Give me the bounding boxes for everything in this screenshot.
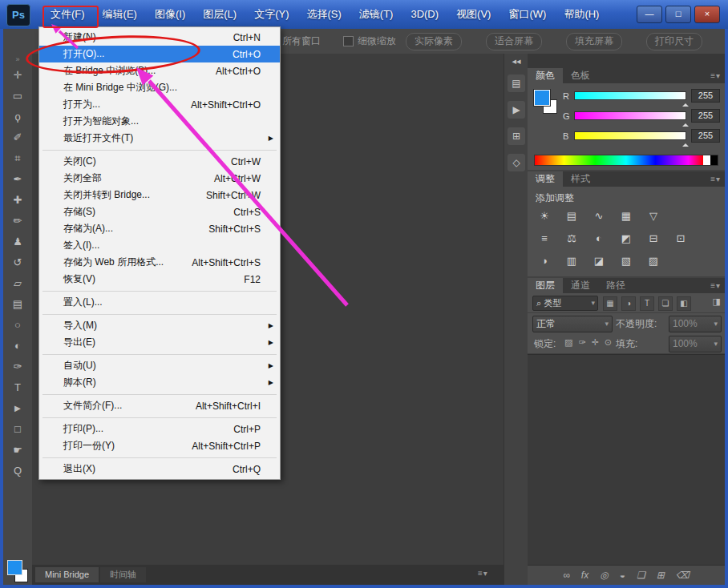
layer-filter-kind-dropdown[interactable]: ⌕ 类型 ▾ xyxy=(532,296,598,311)
tool-button[interactable]: ☛ xyxy=(8,441,27,458)
adjustment-icon[interactable]: ◐ xyxy=(588,230,609,248)
menu-item[interactable]: 脚本(R) ▶ xyxy=(39,374,280,391)
window-control-button[interactable]: — xyxy=(637,6,662,23)
layers-bottom-icon[interactable]: fx xyxy=(581,570,588,581)
menu-item[interactable]: 签入(I)... ▶ xyxy=(39,237,280,254)
foreground-color-swatch[interactable] xyxy=(7,560,22,575)
menubar-item[interactable]: 图层(L) xyxy=(194,0,245,29)
tool-button[interactable]: ✐ xyxy=(8,129,27,146)
menubar-item[interactable]: 滤镜(T) xyxy=(350,0,402,29)
lock-icon[interactable]: ▨ xyxy=(564,337,572,348)
panel-tab[interactable]: 路径 xyxy=(598,278,633,293)
adjustment-icon[interactable]: ⊟ xyxy=(643,230,664,248)
options-bar-button[interactable]: 填充屏幕 xyxy=(566,33,622,50)
panel-tab[interactable]: 图层 xyxy=(528,278,563,293)
tool-button[interactable]: ϙ xyxy=(8,108,27,125)
panel-menu-icon[interactable]: ≡▾ xyxy=(710,68,721,83)
tool-button[interactable]: ▤ xyxy=(8,296,27,312)
layer-filter-icon[interactable]: T xyxy=(640,296,654,311)
options-bar-button[interactable]: 适合屏幕 xyxy=(486,33,542,50)
opacity-dropdown[interactable]: 100% ▾ xyxy=(669,316,722,332)
menu-item[interactable]: 打开为... Alt+Shift+Ctrl+O ▶ xyxy=(39,96,280,113)
lock-icon[interactable]: ✛ xyxy=(592,337,599,348)
tool-button[interactable]: ◐ xyxy=(8,337,27,354)
menu-item[interactable]: 导出(E) ▶ xyxy=(39,334,280,351)
menu-item[interactable]: 关闭全部 Alt+Ctrl+W ▶ xyxy=(39,170,280,187)
adjustment-icon[interactable]: ▽ xyxy=(643,207,664,225)
menu-item[interactable]: 关闭(C) Ctrl+W ▶ xyxy=(39,153,280,170)
menubar-item[interactable]: 编辑(E) xyxy=(94,0,146,29)
menu-item[interactable]: 在 Mini Bridge 中浏览(G)... ▶ xyxy=(39,79,280,96)
layer-filter-icon[interactable]: ◑ xyxy=(621,296,636,311)
tool-button[interactable]: □ xyxy=(8,421,27,437)
menu-item[interactable]: 自动(U) ▶ xyxy=(39,357,280,374)
channel-value-field[interactable]: 255 xyxy=(691,109,720,123)
tool-button[interactable]: ✒ xyxy=(8,171,27,187)
adjustment-icon[interactable]: ▧ xyxy=(616,252,637,270)
tool-button[interactable]: ▱ xyxy=(8,275,27,292)
menu-item[interactable]: 退出(X) Ctrl+Q ▶ xyxy=(39,461,280,477)
menu-item[interactable]: 置入(L)... ▶ xyxy=(39,294,280,311)
tool-button[interactable]: ⌗ xyxy=(8,150,27,167)
adjustment-icon[interactable]: ◑ xyxy=(534,252,555,270)
tool-button[interactable]: ✚ xyxy=(8,191,27,208)
adjustment-icon[interactable]: ⚖ xyxy=(561,230,582,248)
panel-tab[interactable]: 调整 xyxy=(528,171,563,187)
layers-bottom-icon[interactable]: ⊞ xyxy=(657,570,665,581)
tool-button[interactable]: ✑ xyxy=(8,358,27,375)
fill-dropdown[interactable]: 100% ▾ xyxy=(669,336,722,352)
layers-bottom-icon[interactable]: ◎ xyxy=(600,570,608,581)
dock-panel-icon[interactable]: ◇ xyxy=(508,154,525,171)
menu-item[interactable]: 关闭并转到 Bridge... Shift+Ctrl+W ▶ xyxy=(39,187,280,203)
channel-value-field[interactable]: 255 xyxy=(691,89,720,103)
foreground-color-swatch[interactable] xyxy=(534,90,550,106)
adjustment-icon[interactable]: ◩ xyxy=(616,230,637,248)
layers-bottom-icon[interactable]: ⌫ xyxy=(676,570,690,581)
blend-mode-dropdown[interactable]: 正常 ▾ xyxy=(532,316,613,332)
tool-button[interactable]: ↺ xyxy=(8,254,27,271)
layers-bottom-icon[interactable]: ◒ xyxy=(620,570,625,581)
window-control-button[interactable]: × xyxy=(694,6,720,23)
layers-bottom-icon[interactable]: ∞ xyxy=(563,570,570,581)
menubar-item[interactable]: 视图(V) xyxy=(447,0,499,29)
menu-item[interactable]: 存储为 Web 所用格式... Alt+Shift+Ctrl+S ▶ xyxy=(39,254,280,271)
dock-expand-icon[interactable]: ◂◂ xyxy=(504,56,528,66)
scrubby-zoom-checkbox[interactable] xyxy=(343,36,354,46)
menubar-item[interactable]: 帮助(H) xyxy=(555,0,608,29)
dock-panel-icon[interactable]: ▶ xyxy=(508,101,525,119)
menubar-item[interactable]: 窗口(W) xyxy=(499,0,555,29)
tool-button[interactable]: ○ xyxy=(8,316,27,333)
adjustment-icon[interactable]: ▦ xyxy=(616,207,637,225)
layers-bottom-icon[interactable]: ❏ xyxy=(637,570,645,581)
layer-filter-toggle-icon[interactable]: ◨ xyxy=(713,296,721,307)
adjustment-icon[interactable]: ◪ xyxy=(588,252,609,270)
tool-button[interactable]: ♟ xyxy=(8,233,27,250)
menu-item[interactable]: 存储(S) Ctrl+S ▶ xyxy=(39,203,280,220)
adjustment-icon[interactable]: ▨ xyxy=(643,252,664,270)
bottom-dock-menu-icon[interactable]: ≡▾ xyxy=(478,569,488,578)
tool-button[interactable]: ✏ xyxy=(8,212,27,229)
lock-icon[interactable]: ⊙ xyxy=(605,337,612,348)
layer-filter-icon[interactable]: ❏ xyxy=(658,296,673,311)
menu-item[interactable]: 最近打开文件(T) ▶ xyxy=(39,130,280,147)
panel-menu-icon[interactable]: ≡▾ xyxy=(710,171,721,187)
bottom-dock-tab[interactable]: Mini Bridge xyxy=(35,567,99,582)
tool-button[interactable]: ✛ xyxy=(8,66,27,83)
tool-button[interactable]: ▭ xyxy=(8,87,27,104)
channel-value-field[interactable]: 255 xyxy=(691,129,720,143)
panel-tab[interactable]: 色板 xyxy=(563,68,598,83)
menu-item[interactable]: 导入(M) ▶ xyxy=(39,317,280,334)
channel-slider[interactable] xyxy=(574,91,686,100)
adjustment-icon[interactable]: ☀ xyxy=(534,207,555,225)
menubar-item[interactable]: 3D(D) xyxy=(402,0,447,29)
channel-slider[interactable] xyxy=(574,131,686,140)
adjustment-icon[interactable]: ⊡ xyxy=(670,230,691,248)
panel-tab[interactable]: 通道 xyxy=(563,278,598,293)
dock-panel-icon[interactable]: ⊞ xyxy=(508,127,525,145)
layer-filter-icon[interactable]: ▦ xyxy=(603,296,617,311)
tool-button[interactable]: Q xyxy=(8,462,27,479)
tool-button[interactable]: ► xyxy=(8,400,27,417)
options-bar-button[interactable]: 打印尺寸 xyxy=(646,33,702,50)
menu-item[interactable]: 打开为智能对象... ▶ xyxy=(39,113,280,130)
menu-item[interactable]: 恢复(V) F12 ▶ xyxy=(39,271,280,288)
